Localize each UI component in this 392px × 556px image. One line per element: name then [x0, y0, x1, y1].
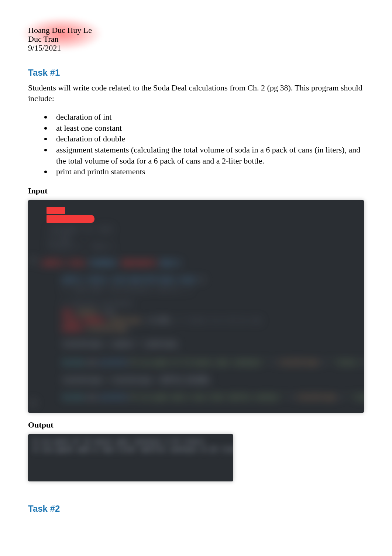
task-1-intro: Students will write code related to the …	[28, 82, 364, 104]
author-names-highlighted: Hoang Duc Huy Le Duc Tran	[28, 26, 92, 44]
task-2-heading: Task #2	[28, 504, 364, 514]
task-1-heading: Task #1	[28, 68, 364, 78]
blurred-output-content: A six-pack of 12-ounce cans contains 2.1…	[28, 434, 233, 481]
list-item: declaration of double	[52, 133, 364, 144]
output-label: Output	[28, 420, 364, 430]
code-output-screenshot: A six-pack of 12-ounce cans contains 2.1…	[28, 434, 233, 481]
code-input-screenshot: september 15, 2021 cs 200 Project 1 - Ta…	[28, 200, 364, 413]
author-name-1: Hoang Duc Huy Le	[28, 25, 92, 35]
input-label: Input	[28, 186, 364, 196]
document-header: Hoang Duc Huy Le Duc Tran 9/15/2021	[28, 26, 364, 53]
task-1-bullet-list: declaration of int at least one constant…	[52, 111, 364, 177]
list-item: at least one constant	[52, 123, 364, 134]
blurred-code-content: september 15, 2021 cs 200 Project 1 - Ta…	[28, 200, 364, 413]
list-item: declaration of int	[52, 111, 364, 123]
author-name-2: Duc Tran	[28, 34, 59, 44]
list-item: assignment statements (calculating the t…	[52, 144, 364, 166]
document-page: Hoang Duc Huy Le Duc Tran 9/15/2021 Task…	[0, 0, 392, 556]
document-date: 9/15/2021	[28, 44, 364, 52]
code-red-highlight	[47, 207, 94, 224]
list-item: print and println statements	[52, 166, 364, 177]
